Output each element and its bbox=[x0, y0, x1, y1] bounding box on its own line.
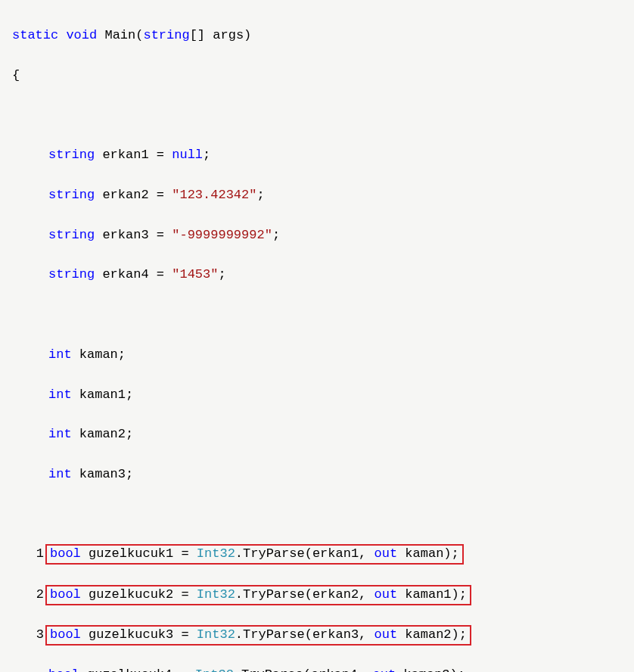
code-text: .TryParse( bbox=[234, 667, 311, 672]
var-decl: erkan4 = bbox=[95, 267, 172, 282]
code-text: erkan3, bbox=[312, 627, 374, 642]
keyword-static: static bbox=[12, 28, 58, 42]
code-line: int kaman3; bbox=[12, 465, 622, 484]
code-line: int kaman1; bbox=[12, 385, 622, 405]
string-literal: "123.42342" bbox=[172, 188, 256, 202]
var-decl: kaman1; bbox=[72, 387, 134, 402]
page: static void Main(string[] args) { string… bbox=[0, 0, 634, 672]
code-text: .TryParse( bbox=[235, 587, 312, 602]
highlighted-code-2: bool guzelkucuk2 = Int32.TryParse(erkan2… bbox=[45, 585, 471, 605]
args-tail: [] args) bbox=[190, 28, 252, 42]
code-line: bool guzelkucuk4 = Int32.TryParse(erkan4… bbox=[12, 665, 622, 672]
code-text: erkan1, bbox=[312, 546, 374, 561]
class-int32: Int32 bbox=[197, 587, 235, 602]
keyword-bool: bool bbox=[50, 627, 81, 642]
code-text: guzelkucuk2 = bbox=[81, 587, 197, 602]
keyword-void: void bbox=[66, 28, 97, 42]
keyword-string: string bbox=[48, 148, 95, 162]
keyword-out: out bbox=[374, 546, 398, 561]
keyword-out: out bbox=[374, 627, 398, 642]
keyword-bool: bool bbox=[50, 587, 81, 602]
code-text: kaman); bbox=[397, 546, 459, 561]
var-decl: kaman; bbox=[72, 347, 126, 362]
keyword-out: out bbox=[374, 587, 398, 602]
code-text: .TryParse( bbox=[235, 546, 312, 561]
annotation-number: 3 bbox=[30, 625, 44, 645]
string-literal: "1453" bbox=[172, 267, 218, 282]
semicolon: ; bbox=[218, 267, 225, 282]
semicolon: ; bbox=[203, 148, 210, 162]
string-literal: "-9999999992" bbox=[172, 228, 272, 242]
code-line: string erkan2 = "123.42342"; bbox=[12, 185, 622, 205]
keyword-int: int bbox=[48, 467, 72, 481]
var-decl: erkan2 = bbox=[95, 188, 172, 202]
code-text: erkan4, bbox=[311, 667, 373, 672]
code-text: .TryParse( bbox=[235, 627, 312, 642]
method-name: Main( bbox=[104, 28, 143, 42]
code-block: static void Main(string[] args) { string… bbox=[12, 6, 622, 672]
keyword-int: int bbox=[48, 387, 72, 402]
keyword-int: int bbox=[48, 347, 72, 362]
code-line: string erkan1 = null; bbox=[12, 145, 622, 165]
blank-line bbox=[12, 505, 622, 524]
class-int32: Int32 bbox=[197, 546, 235, 561]
keyword-string: string bbox=[143, 28, 189, 42]
code-line: int kaman; bbox=[12, 345, 622, 365]
code-text: guzelkucuk3 = bbox=[81, 627, 197, 642]
code-line: static void Main(string[] args) bbox=[12, 26, 622, 45]
code-line-annotated: 2bool guzelkucuk2 = Int32.TryParse(erkan… bbox=[12, 585, 622, 605]
code-text: erkan2, bbox=[312, 587, 374, 602]
highlighted-code-1: bool guzelkucuk1 = Int32.TryParse(erkan1… bbox=[45, 544, 464, 565]
code-line: string erkan3 = "-9999999992"; bbox=[12, 226, 622, 245]
keyword-out: out bbox=[373, 667, 396, 672]
var-decl: kaman3; bbox=[72, 467, 134, 481]
code-text: guzelkucuk1 = bbox=[81, 546, 197, 561]
annotation-number: 1 bbox=[30, 544, 44, 564]
class-int32: Int32 bbox=[195, 667, 234, 672]
brace-open: { bbox=[12, 66, 622, 86]
blank-line bbox=[12, 106, 622, 126]
code-line: string erkan4 = "1453"; bbox=[12, 265, 622, 285]
semicolon: ; bbox=[256, 188, 264, 202]
keyword-bool: bool bbox=[50, 546, 81, 561]
blank-line bbox=[12, 305, 622, 325]
code-text: kaman1); bbox=[397, 587, 467, 602]
var-decl: kaman2; bbox=[72, 427, 134, 441]
code-line-annotated: 3bool guzelkucuk3 = Int32.TryParse(erkan… bbox=[12, 625, 622, 646]
keyword-string: string bbox=[48, 228, 95, 242]
var-decl: erkan1 = bbox=[95, 148, 172, 162]
highlighted-code-3: bool guzelkucuk3 = Int32.TryParse(erkan3… bbox=[45, 625, 471, 646]
keyword-int: int bbox=[48, 427, 72, 441]
keyword-string: string bbox=[48, 188, 95, 202]
annotation-number: 2 bbox=[30, 585, 44, 605]
keyword-null: null bbox=[172, 148, 203, 162]
code-text: kaman2); bbox=[397, 627, 467, 642]
var-decl: erkan3 = bbox=[95, 228, 172, 242]
code-text: kaman3); bbox=[396, 667, 465, 672]
code-line: int kaman2; bbox=[12, 425, 622, 444]
keyword-string: string bbox=[48, 267, 95, 282]
class-int32: Int32 bbox=[197, 627, 235, 642]
semicolon: ; bbox=[272, 228, 280, 242]
code-line-annotated: 1bool guzelkucuk1 = Int32.TryParse(erkan… bbox=[12, 544, 622, 565]
code-text: guzelkucuk4 = bbox=[79, 667, 195, 672]
keyword-bool: bool bbox=[48, 667, 79, 672]
